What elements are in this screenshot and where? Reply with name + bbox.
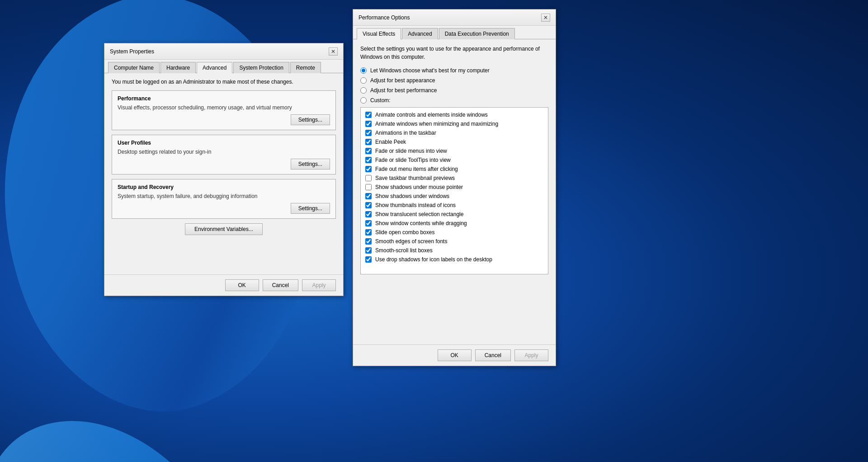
checkbox-label-6: Fade out menu items after clicking — [375, 166, 458, 172]
checkbox-input-3[interactable] — [365, 139, 372, 145]
system-properties-footer: OK Cancel Apply — [104, 274, 343, 296]
performance-description: Visual effects, processor scheduling, me… — [118, 104, 330, 111]
checkbox-label-4: Fade or slide menus into view — [375, 148, 447, 154]
checkbox-item-0[interactable]: Animate controls and elements inside win… — [363, 110, 545, 119]
checkbox-input-5[interactable] — [365, 157, 372, 163]
performance-options-cancel-button[interactable]: Cancel — [475, 349, 511, 361]
system-properties-cancel-button[interactable]: Cancel — [263, 279, 298, 291]
radio-best-appearance-label: Adjust for best appearance — [370, 77, 435, 84]
checkbox-item-6[interactable]: Fade out menu items after clicking — [363, 165, 545, 174]
perf-tab-dep[interactable]: Data Execution Prevention — [439, 28, 515, 39]
radio-best-performance-label: Adjust for best performance — [370, 87, 437, 94]
tab-system-protection[interactable]: System Protection — [233, 62, 289, 73]
checkbox-input-6[interactable] — [365, 166, 372, 172]
user-profiles-description: Desktop settings related to your sign-in — [118, 149, 330, 155]
checkbox-input-8[interactable] — [365, 184, 372, 190]
checkbox-label-5: Fade or slide ToolTips into view — [375, 157, 451, 163]
radio-best-appearance-input[interactable] — [360, 77, 367, 84]
radio-best-performance[interactable]: Adjust for best performance — [360, 87, 548, 94]
checkbox-input-15[interactable] — [365, 247, 372, 254]
checkbox-label-12: Show window contents while dragging — [375, 220, 467, 226]
system-properties-close-button[interactable]: ✕ — [329, 47, 338, 56]
tab-advanced[interactable]: Advanced — [197, 62, 232, 73]
checkbox-input-13[interactable] — [365, 229, 372, 236]
tab-computer-name[interactable]: Computer Name — [108, 62, 160, 73]
checkbox-item-2[interactable]: Animations in the taskbar — [363, 128, 545, 137]
performance-options-footer: OK Cancel Apply — [353, 344, 556, 366]
checkbox-label-8: Show shadows under mouse pointer — [375, 184, 463, 190]
checkbox-input-16[interactable] — [365, 256, 372, 263]
checkbox-input-4[interactable] — [365, 148, 372, 154]
user-profiles-label: User Profiles — [118, 140, 330, 146]
checkbox-item-14[interactable]: Smooth edges of screen fonts — [363, 237, 545, 246]
system-properties-dialog: System Properties ✕ Computer Name Hardwa… — [104, 43, 344, 296]
checkbox-item-3[interactable]: Enable Peek — [363, 137, 545, 146]
startup-recovery-section: Startup and Recovery System startup, sys… — [112, 179, 336, 219]
radio-custom[interactable]: Custom: — [360, 97, 548, 104]
perf-tab-advanced[interactable]: Advanced — [402, 28, 438, 39]
performance-options-apply-button[interactable]: Apply — [514, 349, 548, 361]
startup-recovery-settings-button[interactable]: Settings... — [291, 203, 330, 214]
radio-best-performance-input[interactable] — [360, 87, 367, 94]
performance-options-ok-button[interactable]: OK — [438, 349, 472, 361]
checkbox-input-9[interactable] — [365, 193, 372, 199]
system-properties-title-bar: System Properties ✕ — [104, 43, 343, 60]
checkbox-item-13[interactable]: Slide open combo boxes — [363, 228, 545, 237]
checkbox-input-2[interactable] — [365, 130, 372, 136]
checkbox-input-10[interactable] — [365, 202, 372, 208]
checkbox-input-14[interactable] — [365, 238, 372, 245]
checkbox-item-16[interactable]: Use drop shadows for icon labels on the … — [363, 255, 545, 264]
startup-recovery-label: Startup and Recovery — [118, 184, 330, 190]
checkbox-item-7[interactable]: Save taskbar thumbnail previews — [363, 174, 545, 183]
performance-options-dialog: Performance Options ✕ Visual Effects Adv… — [353, 9, 556, 366]
tab-hardware[interactable]: Hardware — [160, 62, 196, 73]
checkbox-label-3: Enable Peek — [375, 139, 406, 145]
performance-section: Performance Visual effects, processor sc… — [112, 90, 336, 130]
checkbox-label-14: Smooth edges of screen fonts — [375, 238, 447, 245]
checkbox-item-15[interactable]: Smooth-scroll list boxes — [363, 246, 545, 255]
system-properties-apply-button[interactable]: Apply — [302, 279, 336, 291]
checkbox-label-15: Smooth-scroll list boxes — [375, 247, 433, 254]
checkbox-item-12[interactable]: Show window contents while dragging — [363, 219, 545, 228]
radio-custom-input[interactable] — [360, 97, 367, 104]
checkbox-label-13: Slide open combo boxes — [375, 229, 434, 236]
checkbox-input-0[interactable] — [365, 112, 372, 118]
environment-variables-button[interactable]: Environment Variables... — [185, 223, 263, 235]
checkbox-input-1[interactable] — [365, 121, 372, 127]
checkbox-input-11[interactable] — [365, 211, 372, 217]
checkbox-item-10[interactable]: Show thumbnails instead of icons — [363, 201, 545, 210]
checkbox-input-7[interactable] — [365, 175, 372, 181]
radio-let-windows-choose[interactable]: Let Windows choose what's best for my co… — [360, 67, 548, 74]
checkbox-item-8[interactable]: Show shadows under mouse pointer — [363, 183, 545, 192]
admin-notice: You must be logged on as an Administrato… — [112, 79, 336, 85]
checkbox-item-11[interactable]: Show translucent selection rectangle — [363, 210, 545, 219]
checkbox-item-5[interactable]: Fade or slide ToolTips into view — [363, 156, 545, 165]
checkbox-label-7: Save taskbar thumbnail previews — [375, 175, 455, 181]
perf-tab-visual-effects[interactable]: Visual Effects — [357, 28, 401, 39]
performance-options-tab-bar: Visual Effects Advanced Data Execution P… — [353, 26, 556, 39]
system-properties-content: You must be logged on as an Administrato… — [104, 73, 343, 274]
system-properties-tab-bar: Computer Name Hardware Advanced System P… — [104, 60, 343, 73]
performance-options-close-button[interactable]: ✕ — [541, 14, 550, 22]
checkbox-input-12[interactable] — [365, 220, 372, 226]
checkbox-label-10: Show thumbnails instead of icons — [375, 202, 456, 208]
performance-options-title: Performance Options — [359, 14, 410, 21]
user-profiles-settings-button[interactable]: Settings... — [291, 159, 330, 170]
radio-let-windows-choose-label: Let Windows choose what's best for my co… — [370, 67, 490, 74]
performance-options-description: Select the settings you want to use for … — [360, 45, 548, 61]
performance-options-content: Select the settings you want to use for … — [353, 39, 556, 344]
checkbox-label-1: Animate windows when minimizing and maxi… — [375, 121, 498, 127]
system-properties-ok-button[interactable]: OK — [225, 279, 259, 291]
tab-remote[interactable]: Remote — [290, 62, 321, 73]
radio-let-windows-choose-input[interactable] — [360, 67, 367, 74]
performance-settings-button[interactable]: Settings... — [291, 114, 330, 125]
checkbox-item-9[interactable]: Show shadows under windows — [363, 192, 545, 201]
checkbox-item-1[interactable]: Animate windows when minimizing and maxi… — [363, 119, 545, 128]
visual-effects-checkbox-list: Animate controls and elements inside win… — [360, 107, 548, 274]
radio-best-appearance[interactable]: Adjust for best appearance — [360, 77, 548, 84]
checkbox-label-16: Use drop shadows for icon labels on the … — [375, 256, 492, 263]
user-profiles-section: User Profiles Desktop settings related t… — [112, 135, 336, 174]
checkbox-label-11: Show translucent selection rectangle — [375, 211, 463, 217]
radio-custom-label: Custom: — [370, 97, 391, 104]
checkbox-item-4[interactable]: Fade or slide menus into view — [363, 146, 545, 156]
